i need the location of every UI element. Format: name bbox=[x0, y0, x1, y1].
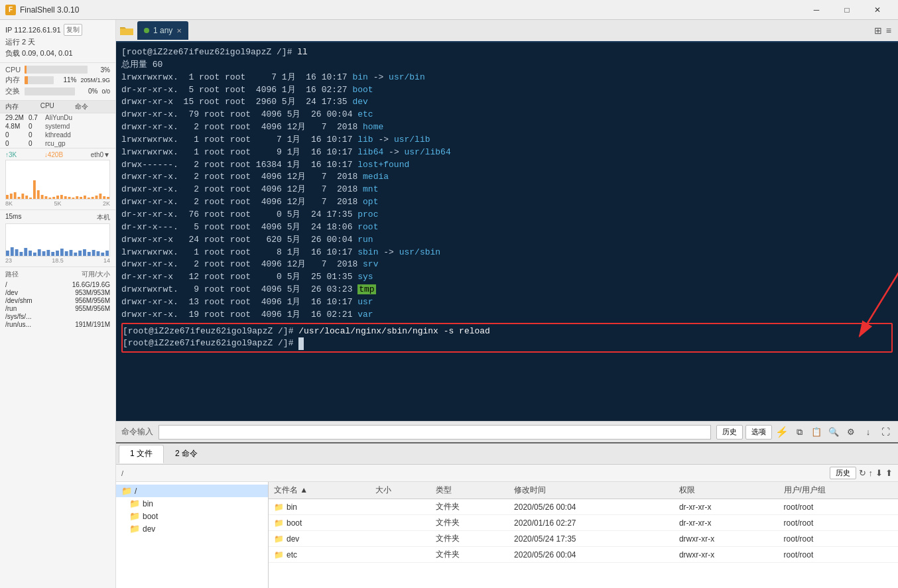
file-row-bin[interactable]: 📁bin 文件夹 2020/05/26 00:04 dr-xr-xr-x roo… bbox=[269, 499, 898, 515]
command-input-field[interactable] bbox=[159, 425, 711, 440]
svg-rect-28 bbox=[11, 247, 14, 257]
minimize-button[interactable]: ─ bbox=[801, 0, 832, 20]
disk-row-2: /dev/shm 956M/956M bbox=[5, 297, 110, 304]
svg-rect-17 bbox=[72, 198, 74, 200]
proc-cpu-0: 0.7 bbox=[29, 114, 45, 121]
file-table-header-row: 文件名 ▲ 大小 类型 修改时间 权限 用户/用户组 bbox=[269, 482, 898, 499]
file-owner-dev: root/root bbox=[779, 531, 898, 547]
term-line-media: drwxr-xr-x. 2 root root 4096 12月 7 2018 … bbox=[121, 171, 893, 184]
col-size[interactable]: 大小 bbox=[370, 482, 430, 499]
disk-path-0: / bbox=[5, 281, 57, 288]
tab-close-button[interactable]: ✕ bbox=[176, 27, 182, 34]
tab-1-any[interactable]: 1 any ✕ bbox=[137, 21, 188, 40]
grid-icon[interactable]: ⊞ bbox=[874, 25, 882, 36]
search-icon[interactable]: 🔍 bbox=[826, 425, 841, 440]
lat-label-185: 18.5 bbox=[52, 257, 64, 264]
proc-row-0[interactable]: 29.2M 0.7 AliYunDu bbox=[0, 113, 115, 122]
disk-path-2: /dev/shm bbox=[5, 297, 57, 304]
tree-item-root[interactable]: 📁 / bbox=[116, 485, 268, 497]
copy3-icon[interactable]: 📋 bbox=[809, 425, 824, 440]
fullscreen-icon[interactable]: ⛶ bbox=[878, 425, 893, 440]
tree-label-dev: dev bbox=[143, 524, 155, 534]
tree-item-bin[interactable]: 📁 bin bbox=[116, 497, 268, 510]
net-interface[interactable]: eth0▼ bbox=[91, 151, 110, 158]
maximize-button[interactable]: □ bbox=[832, 0, 862, 20]
tab-commands[interactable]: 2 命令 bbox=[164, 445, 209, 463]
col-modified[interactable]: 修改时间 bbox=[509, 482, 674, 499]
svg-rect-16 bbox=[68, 197, 71, 200]
folder-icon-bin: 📁 bbox=[129, 499, 140, 508]
tree-item-dev[interactable]: 📁 dev bbox=[116, 522, 268, 535]
file-type-dev: 文件夹 bbox=[430, 531, 509, 547]
up-dir-icon[interactable]: ↑ bbox=[869, 468, 873, 478]
svg-rect-9 bbox=[41, 195, 44, 200]
close-button[interactable]: ✕ bbox=[862, 0, 893, 20]
file-type-boot: 文件夹 bbox=[430, 515, 509, 531]
svg-rect-1 bbox=[10, 194, 13, 200]
proc-row-2[interactable]: 0 0 kthreadd bbox=[0, 131, 115, 139]
col-type[interactable]: 类型 bbox=[430, 482, 509, 499]
term-line-nginx-cmd: [root@iZ2ze67ifeuz62igol9apzZ /]# /usr/l… bbox=[123, 325, 891, 338]
runtime-info: 运行 2 天 bbox=[5, 37, 110, 47]
file-modified-boot: 2020/01/16 02:27 bbox=[509, 515, 674, 531]
process-table: 29.2M 0.7 AliYunDu 4.8M 0 systemd 0 0 kt… bbox=[0, 113, 115, 148]
file-row-boot[interactable]: 📁boot 文件夹 2020/01/16 02:27 dr-xr-xr-x ro… bbox=[269, 515, 898, 531]
file-size-bin bbox=[370, 499, 430, 515]
term-line-dev: drwxr-xr-x 15 root root 2960 5月 24 17:35… bbox=[121, 96, 893, 109]
file-row-dev[interactable]: 📁dev 文件夹 2020/05/24 17:35 drwxr-xr-x roo… bbox=[269, 531, 898, 547]
file-size-etc bbox=[370, 547, 430, 563]
proc-row-1[interactable]: 4.8M 0 systemd bbox=[0, 122, 115, 131]
download-icon[interactable]: ↓ bbox=[861, 425, 875, 440]
red-highlight-box: [root@iZ2ze67ifeuz62igol9apzZ /]# /usr/l… bbox=[121, 323, 893, 353]
proc-row-3[interactable]: 0 0 rcu_gp bbox=[0, 139, 115, 148]
copy-button[interactable]: 复制 bbox=[64, 24, 82, 36]
refresh-icon[interactable]: ↻ bbox=[859, 468, 866, 478]
net-upload: ↑3K bbox=[5, 151, 17, 158]
current-path: / bbox=[121, 469, 827, 477]
network-header: ↑3K ↓420B eth0▼ bbox=[5, 151, 110, 158]
term-line-0: [root@iZ2ze67ifeuz62igol9apzZ /]# ll bbox=[121, 46, 893, 59]
tab-files[interactable]: 1 文件 bbox=[119, 445, 164, 463]
download2-icon[interactable]: ⬆ bbox=[885, 468, 893, 478]
svg-rect-27 bbox=[6, 251, 9, 257]
bottom-history-btn[interactable]: 历史 bbox=[830, 467, 856, 479]
file-row-etc[interactable]: 📁etc 文件夹 2020/05/26 00:04 drwxr-xr-x roo… bbox=[269, 547, 898, 563]
terminal[interactable]: [root@iZ2ze67ifeuz62igol9apzZ /]# ll 总用量… bbox=[116, 42, 898, 421]
connection-info: IP 112.126.61.91 复制 运行 2 天 负载 0.09, 0.04… bbox=[0, 20, 115, 63]
history-button[interactable]: 历史 bbox=[716, 425, 743, 440]
svg-rect-44 bbox=[83, 249, 86, 257]
svg-rect-37 bbox=[51, 252, 54, 257]
term-line-run: drwxr-xr-x 24 root root 620 5月 26 00:04 … bbox=[121, 234, 893, 247]
settings-icon[interactable]: ⚙ bbox=[844, 425, 858, 440]
svg-rect-26 bbox=[107, 197, 109, 200]
col-filename[interactable]: 文件名 ▲ bbox=[269, 482, 370, 499]
col-perms[interactable]: 权限 bbox=[674, 482, 779, 499]
options-button[interactable]: 选项 bbox=[745, 425, 772, 440]
net-label-5k: 5K bbox=[54, 200, 61, 207]
term-line-cursor: [root@iZ2ze67ifeuz62igol9apzZ /]# bbox=[123, 337, 891, 350]
term-line-mnt: drwxr-xr-x. 2 root root 4096 12月 7 2018 … bbox=[121, 184, 893, 196]
term-line-lib: lrwxrwxrwx. 1 root root 7 1月 16 10:17 li… bbox=[121, 134, 893, 147]
folder-icon-boot: 📁 bbox=[129, 511, 140, 521]
svg-rect-19 bbox=[80, 197, 82, 200]
svg-rect-48 bbox=[101, 253, 104, 257]
upload-icon[interactable]: ⬇ bbox=[875, 468, 883, 478]
svg-rect-41 bbox=[70, 250, 73, 257]
file-name-dev: 📁dev bbox=[269, 531, 370, 547]
file-tree: 📁 / 📁 bin 📁 boot 📁 dev bbox=[116, 482, 269, 588]
file-name-bin: 📁bin bbox=[269, 499, 370, 515]
menu-icon[interactable]: ≡ bbox=[886, 25, 891, 36]
disk-row-1: /dev 953M/953M bbox=[5, 289, 110, 296]
svg-rect-32 bbox=[29, 251, 32, 257]
tree-item-boot[interactable]: 📁 boot bbox=[116, 510, 268, 522]
lightning-icon[interactable]: ⚡ bbox=[775, 425, 789, 440]
col-owner[interactable]: 用户/用户组 bbox=[779, 482, 898, 499]
svg-rect-0 bbox=[6, 195, 9, 200]
file-modified-dev: 2020/05/24 17:35 bbox=[509, 531, 674, 547]
file-size-dev bbox=[370, 531, 430, 547]
svg-rect-36 bbox=[46, 250, 50, 257]
copy2-icon[interactable]: ⧉ bbox=[792, 425, 806, 440]
latency-local: 本机 bbox=[97, 213, 110, 222]
term-line-boot: dr-xr-xr-x. 5 root root 4096 1月 16 02:27… bbox=[121, 84, 893, 97]
proc-mem-header: 内存 bbox=[5, 102, 40, 111]
